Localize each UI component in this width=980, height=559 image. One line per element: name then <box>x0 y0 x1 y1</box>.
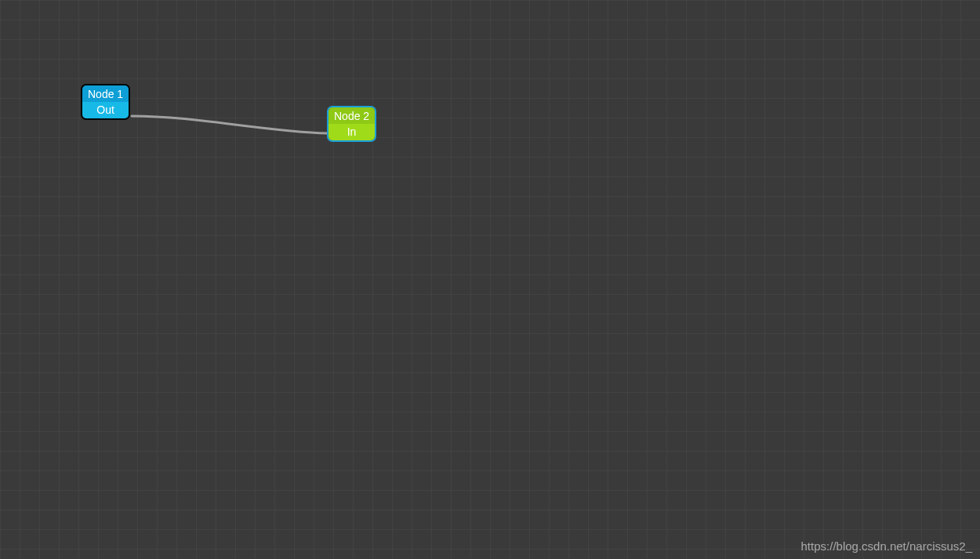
node-1[interactable]: Node 1 Out <box>81 84 130 120</box>
canvas-grid[interactable] <box>0 0 980 559</box>
node-2-title: Node 2 <box>328 107 375 124</box>
node-2-in-port[interactable]: In <box>328 124 375 140</box>
node-1-out-port[interactable]: Out <box>82 102 129 118</box>
node-2[interactable]: Node 2 In <box>327 106 376 142</box>
watermark-text: https://blog.csdn.net/narcissus2_ <box>801 539 972 553</box>
node-1-title: Node 1 <box>82 85 129 102</box>
